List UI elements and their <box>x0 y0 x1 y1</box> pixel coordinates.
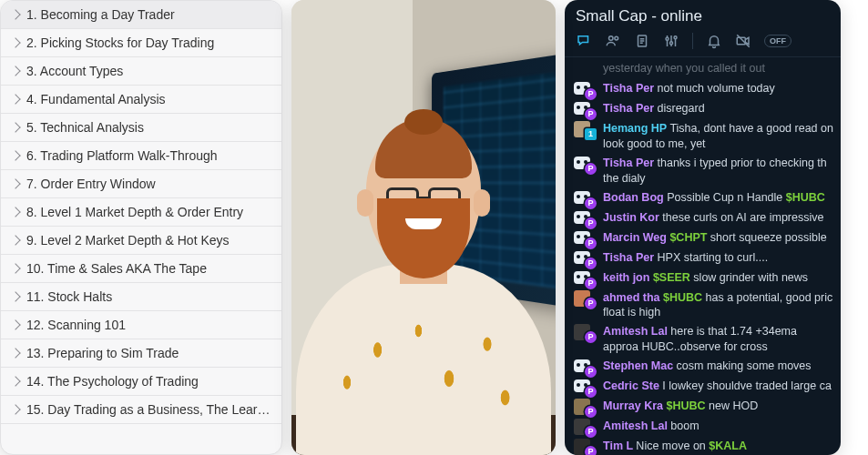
chat-username[interactable]: Amitesh Lal <box>603 420 670 432</box>
chevron-right-icon <box>10 376 20 386</box>
chat-message: 1Hemang HP Tisha, dont have a good read … <box>565 119 841 154</box>
chat-message: PBodan Bog Possible Cup n Handle $HUBC <box>565 188 841 208</box>
chat-message: PCedric Ste I lowkey shouldve traded lar… <box>565 377 841 397</box>
chat-username[interactable]: Tisha Per <box>603 157 658 169</box>
person-illustration <box>305 109 542 455</box>
off-badge[interactable]: OFF <box>764 35 791 47</box>
user-badge: P <box>585 366 597 378</box>
chat-avatar: P <box>572 210 594 227</box>
chat-text: disregard <box>658 102 705 115</box>
lesson-item[interactable]: 8. Level 1 Market Depth & Order Entry <box>1 198 281 227</box>
chat-message: PAmitesh Lal boom <box>565 417 841 437</box>
chat-messages[interactable]: yesterday when you called it out PTisha … <box>565 57 841 455</box>
chat-message: PTisha Per thanks i typed prior to check… <box>565 154 841 188</box>
chat-username[interactable]: Cedric Ste <box>603 379 662 392</box>
lesson-item[interactable]: 15. Day Trading as a Business, The Learn… <box>1 396 281 424</box>
chevron-right-icon <box>10 178 20 188</box>
lesson-item[interactable]: 14. The Psychology of Trading <box>1 368 281 396</box>
chat-text: HPX starting to curl.... <box>658 251 769 264</box>
lesson-title: 11. Stock Halts <box>26 289 112 304</box>
chat-room-title: Small Cap - online <box>565 0 841 29</box>
ticker-symbol[interactable]: $HUBC <box>663 291 702 304</box>
svg-point-4 <box>670 42 673 45</box>
user-badge: P <box>585 446 597 455</box>
chat-avatar: P <box>572 190 594 207</box>
chat-message: Pkeith jon $SEER slow grinder with news <box>565 268 841 288</box>
user-badge: P <box>585 258 597 269</box>
user-badge: P <box>585 108 597 120</box>
users-icon[interactable] <box>605 33 621 49</box>
chat-username[interactable]: Murray Kra <box>603 399 666 412</box>
chat-avatar: P <box>572 270 594 287</box>
lesson-item[interactable]: 9. Level 2 Market Depth & Hot Keys <box>1 227 281 255</box>
lesson-item[interactable]: 7. Order Entry Window <box>1 170 281 198</box>
lesson-title: 4. Fundamental Analysis <box>26 92 166 106</box>
user-badge: P <box>585 197 597 209</box>
chat-username[interactable]: Amitesh Lal <box>603 325 670 338</box>
chat-text: Possible Cup n Handle <box>667 191 786 204</box>
lesson-title: 13. Preparing to Sim Trade <box>26 346 179 360</box>
user-badge: P <box>585 426 597 438</box>
chat-avatar: P <box>572 230 594 247</box>
lesson-title: 1. Becoming a Day Trader <box>26 7 175 22</box>
chevron-right-icon <box>10 94 20 104</box>
chevron-right-icon <box>10 37 20 47</box>
lesson-item[interactable]: 11. Stock Halts <box>1 283 281 311</box>
lesson-title: 9. Level 2 Market Depth & Hot Keys <box>26 233 230 248</box>
ticker-symbol[interactable]: $SEER <box>653 271 690 284</box>
chat-username[interactable]: Tisha Per <box>603 102 658 115</box>
chat-username[interactable]: Tisha Per <box>603 82 658 95</box>
chat-avatar: P <box>572 324 594 340</box>
lesson-item[interactable]: 13. Preparing to Sim Trade <box>1 339 281 368</box>
chat-message: PMurray Kra $HUBC new HOD <box>565 397 841 417</box>
chevron-right-icon <box>10 319 20 329</box>
lesson-item[interactable]: 1. Becoming a Day Trader <box>1 1 281 29</box>
chat-avatar: P <box>572 290 594 307</box>
lesson-title: 8. Level 1 Market Depth & Order Entry <box>26 205 243 219</box>
chat-username[interactable]: ahmed tha <box>603 291 663 304</box>
chat-avatar: P <box>572 156 594 172</box>
ticker-symbol[interactable]: $HUBC <box>786 191 825 204</box>
chat-message: PTisha Per not much volume today <box>565 79 841 99</box>
lesson-item[interactable]: 6. Trading Platform Walk-Through <box>1 142 281 170</box>
ticker-symbol[interactable]: $HUBC <box>666 399 705 412</box>
chevron-right-icon <box>10 150 20 160</box>
chat-username[interactable]: Hemang HP <box>603 122 669 135</box>
lesson-item[interactable]: 5. Technical Analysis <box>1 114 281 142</box>
chat-bubble-icon[interactable] <box>576 33 592 49</box>
user-badge: P <box>585 386 597 398</box>
lesson-title: 6. Trading Platform Walk-Through <box>26 148 218 163</box>
chat-username[interactable]: Bodan Bog <box>603 191 667 204</box>
chat-username[interactable]: Tisha Per <box>603 251 658 264</box>
chevron-right-icon <box>10 66 20 76</box>
ticker-symbol[interactable]: $CHPT <box>669 231 707 244</box>
lesson-item[interactable]: 2. Picking Stocks for Day Trading <box>1 29 281 57</box>
chat-message: PAmitesh Lal here is that 1.74 +34ema ap… <box>565 322 841 357</box>
ticker-symbol[interactable]: $KALA <box>709 440 747 452</box>
user-badge: P <box>585 238 597 249</box>
lesson-item[interactable]: 4. Fundamental Analysis <box>1 86 281 114</box>
lessons-panel: 1. Becoming a Day Trader2. Picking Stock… <box>0 0 282 455</box>
chat-username[interactable]: keith jon <box>603 271 653 284</box>
user-badge: P <box>585 298 597 309</box>
chat-username[interactable]: Tim L <box>603 440 636 452</box>
lesson-item[interactable]: 3. Account Types <box>1 57 281 86</box>
chat-message: PJustin Kor these curls on AI are impres… <box>565 208 841 228</box>
chat-avatar: P <box>572 379 594 395</box>
sliders-icon[interactable] <box>663 33 679 49</box>
camera-off-icon[interactable] <box>735 33 751 49</box>
chat-username[interactable]: Stephen Mac <box>603 359 677 372</box>
lesson-title: 7. Order Entry Window <box>26 177 156 191</box>
chevron-right-icon <box>10 207 20 217</box>
lesson-title: 12. Scanning 101 <box>26 318 126 332</box>
chat-avatar: P <box>572 359 594 375</box>
chat-username[interactable]: Marcin Weg <box>603 231 669 244</box>
document-icon[interactable] <box>634 33 650 49</box>
bell-icon[interactable] <box>706 33 722 49</box>
lesson-item[interactable]: 12. Scanning 101 <box>1 311 281 339</box>
instructor-photo <box>291 0 556 455</box>
chat-message: PTisha Per disregard <box>565 99 841 119</box>
lesson-item[interactable]: 10. Time & Sales AKA The Tape <box>1 255 281 283</box>
chat-username[interactable]: Justin Kor <box>603 211 662 224</box>
svg-point-3 <box>666 37 669 40</box>
